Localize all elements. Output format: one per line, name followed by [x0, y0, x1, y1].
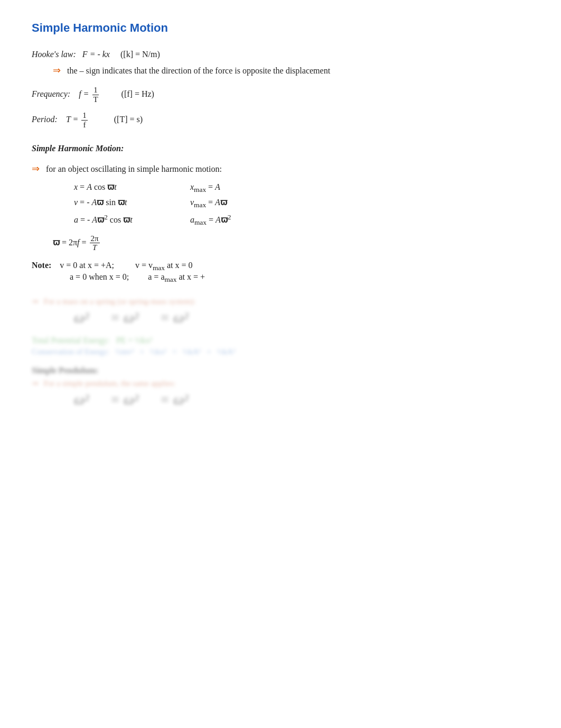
omega-section: ϖ = 2πf = 2π T: [53, 234, 529, 252]
arrow-icon: ⇒: [53, 64, 61, 76]
blurred-formula-2b: = ω²: [110, 391, 138, 408]
note-line2-right: a = amax at x = +: [148, 272, 205, 281]
shm-intro-text: for an object oscillating in simple harm…: [46, 164, 222, 173]
frequency-section: Frequency: f = 1 T ([f] = Hz): [32, 86, 529, 104]
note-line1-right: v = vmax at x = 0: [135, 261, 193, 270]
frequency-denominator: T: [92, 95, 99, 104]
blurred-section-3: Simple Pendulum: ⇒ For a simple pendulum…: [32, 366, 529, 408]
equation-row-v: v = - Aϖ sin ϖt vmax = Aϖ: [74, 197, 529, 209]
shm-arrow-icon: ⇒: [32, 163, 40, 174]
note-label: Note:: [32, 261, 51, 270]
hookes-law-section: Hooke's law: F = - kx ([k] = N/m): [32, 50, 529, 59]
omega-den: T: [91, 243, 98, 252]
blurred-formulas-2: ω² = ω² = ω²: [74, 391, 529, 408]
frequency-formula-pre: f =: [79, 89, 91, 98]
blurred-formula-1b: = ω²: [110, 309, 138, 326]
blurred-formula-2a: ω²: [74, 391, 89, 408]
note-line2-left: a = 0 when x = 0;: [70, 272, 129, 282]
period-label: Period:: [32, 115, 58, 124]
hookes-law-formula: F = - kx: [82, 50, 110, 59]
period-units: ([T] = s): [114, 115, 143, 124]
omega-fraction: 2π T: [90, 234, 100, 252]
blurred-arrow-text-1: ⇒ For a mass on a spring (or spring-mass…: [32, 297, 529, 306]
eq-x-right: xmax = A: [190, 182, 275, 194]
blurred-formula-2c: = ω²: [160, 391, 188, 408]
blurred-section-2: Total Potential Energy: PE = ½kx² Conser…: [32, 336, 529, 356]
hookes-law-label: Hooke's law:: [32, 50, 76, 59]
eq-x-left: x = A cos ϖt: [74, 182, 158, 192]
shm-heading-section: Simple Harmonic Motion:: [32, 144, 529, 153]
blurred-simple-pendulum-label: Simple Pendulum:: [32, 366, 529, 375]
blurred-formula-1c: = ω²: [160, 309, 188, 326]
equation-row-a: a = - Aϖ2 cos ϖt amax = Aϖ2: [74, 213, 529, 227]
frequency-numerator: 1: [92, 86, 99, 95]
shm-heading: Simple Harmonic Motion:: [32, 144, 124, 153]
period-fraction: 1 f: [81, 111, 88, 129]
blurred-formula-1a: ω²: [74, 309, 89, 326]
frequency-fraction: 1 T: [92, 86, 99, 104]
shm-intro-section: ⇒ for an object oscillating in simple ha…: [32, 163, 529, 174]
blurred-formulas-1: ω² = ω² = ω²: [74, 309, 529, 326]
hookes-note-text: the – sign indicates that the direction …: [67, 66, 330, 75]
period-section: Period: T = 1 f ([T] = s): [32, 111, 529, 129]
period-numerator: 1: [81, 111, 88, 121]
blurred-pe-title: Total Potential Energy: PE = ½kx²: [32, 336, 529, 345]
frequency-label: Frequency:: [32, 89, 70, 98]
hookes-note: ⇒ the – sign indicates that the directio…: [53, 64, 529, 76]
blurred-conservation-row: Conservation of Energy: ½mv² + ½kx² = ½k…: [32, 347, 529, 356]
note-section: Note: v = 0 at x = +A; v = vmax at x = 0…: [32, 261, 529, 284]
page-title: Simple Harmonic Motion: [32, 21, 529, 35]
eq-v-right: vmax = Aϖ: [190, 197, 275, 209]
eq-v-left: v = - Aϖ sin ϖt: [74, 197, 158, 207]
blurred-arrow-text-2: ⇒ For a simple pendulum, the same applie…: [32, 379, 529, 388]
frequency-units: ([f] = Hz): [121, 89, 154, 98]
eq-a-right: amax = Aϖ2: [190, 213, 275, 227]
omega-num: 2π: [90, 234, 100, 244]
hookes-law-units: ([k] = N/m): [120, 50, 160, 59]
equation-row-x: x = A cos ϖt xmax = A: [74, 182, 529, 194]
period-formula-pre: T =: [66, 115, 80, 124]
equations-block: x = A cos ϖt xmax = A v = - Aϖ sin ϖt vm…: [74, 182, 529, 227]
note-line1-left: v = 0 at x = +A;: [60, 261, 114, 270]
period-denominator: f: [82, 121, 87, 130]
blurred-section-1: ⇒ For a mass on a spring (or spring-mass…: [32, 297, 529, 326]
eq-a-left: a = - Aϖ2 cos ϖt: [74, 213, 158, 224]
